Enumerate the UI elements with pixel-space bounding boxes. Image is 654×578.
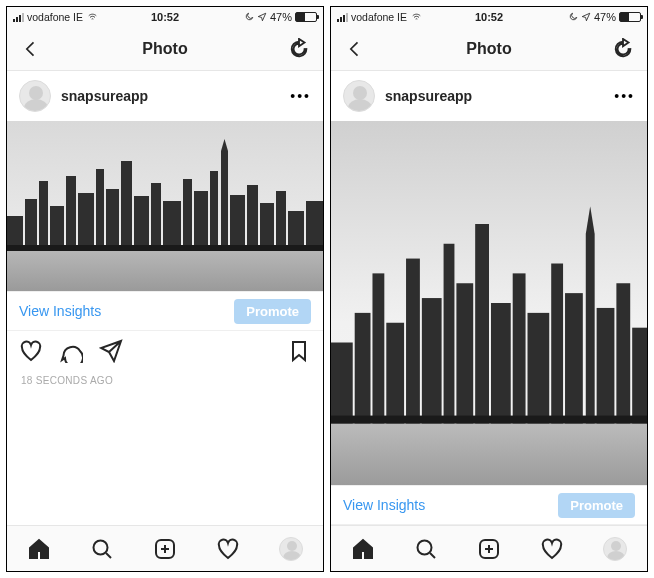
tab-home[interactable] bbox=[25, 535, 53, 563]
more-options-button[interactable]: ••• bbox=[614, 88, 635, 104]
battery-pct: 47% bbox=[270, 11, 292, 23]
svg-rect-33 bbox=[331, 343, 353, 424]
location-arrow-icon bbox=[581, 12, 591, 22]
svg-rect-15 bbox=[194, 191, 208, 251]
refresh-button[interactable] bbox=[609, 35, 637, 63]
skyline-image bbox=[331, 121, 647, 485]
page-title: Photo bbox=[466, 40, 511, 58]
author-row: snapsureapp ••• bbox=[331, 71, 647, 121]
svg-point-26 bbox=[93, 540, 107, 554]
tab-home[interactable] bbox=[349, 535, 377, 563]
promote-button[interactable]: Promote bbox=[558, 493, 635, 518]
location-arrow-icon bbox=[257, 12, 267, 22]
wifi-icon bbox=[86, 12, 99, 22]
svg-rect-35 bbox=[372, 273, 384, 423]
post-timestamp: 18 SECONDS AGO bbox=[7, 375, 323, 386]
back-button[interactable] bbox=[17, 35, 45, 63]
promote-button[interactable]: Promote bbox=[234, 299, 311, 324]
svg-rect-40 bbox=[456, 283, 473, 423]
wifi-icon bbox=[410, 12, 423, 22]
view-insights-link[interactable]: View Insights bbox=[19, 303, 101, 319]
carrier-label: vodafone IE bbox=[27, 11, 83, 23]
svg-rect-46 bbox=[565, 293, 583, 423]
nav-header: Photo bbox=[331, 27, 647, 71]
back-button[interactable] bbox=[341, 35, 369, 63]
svg-rect-25 bbox=[7, 245, 323, 251]
battery-icon bbox=[295, 12, 317, 22]
svg-rect-36 bbox=[386, 323, 404, 424]
bookmark-button[interactable] bbox=[287, 339, 311, 367]
tab-activity[interactable] bbox=[538, 535, 566, 563]
svg-rect-51 bbox=[632, 328, 647, 424]
post-photo[interactable] bbox=[331, 121, 647, 485]
status-bar: vodafone IE 10:52 47% bbox=[7, 7, 323, 27]
svg-rect-20 bbox=[247, 185, 258, 251]
tab-activity[interactable] bbox=[214, 535, 242, 563]
svg-rect-39 bbox=[444, 244, 455, 424]
author-row: snapsureapp ••• bbox=[7, 71, 323, 121]
svg-rect-7 bbox=[78, 193, 94, 251]
svg-rect-44 bbox=[528, 313, 550, 424]
svg-rect-14 bbox=[183, 179, 192, 251]
action-row bbox=[7, 331, 323, 375]
svg-point-53 bbox=[417, 540, 431, 554]
skyline-image bbox=[7, 121, 323, 291]
svg-rect-38 bbox=[422, 298, 442, 423]
status-bar: vodafone IE 10:52 47% bbox=[331, 7, 647, 27]
svg-rect-43 bbox=[513, 273, 526, 423]
svg-rect-41 bbox=[475, 224, 489, 423]
comment-button[interactable] bbox=[59, 339, 83, 367]
svg-line-27 bbox=[106, 553, 111, 558]
refresh-button[interactable] bbox=[285, 35, 313, 63]
tab-search[interactable] bbox=[88, 535, 116, 563]
tab-bar bbox=[331, 525, 647, 571]
left-screenshot: vodafone IE 10:52 47% Photo snapsureapp … bbox=[6, 6, 324, 572]
svg-rect-5 bbox=[50, 206, 64, 251]
svg-rect-1 bbox=[7, 249, 323, 291]
view-insights-link[interactable]: View Insights bbox=[343, 497, 425, 513]
svg-rect-11 bbox=[134, 196, 149, 251]
moon-icon bbox=[568, 12, 578, 22]
battery-pct: 47% bbox=[594, 11, 616, 23]
moon-icon bbox=[244, 12, 254, 22]
svg-rect-45 bbox=[551, 264, 563, 424]
post-photo[interactable] bbox=[7, 121, 323, 291]
svg-rect-13 bbox=[163, 201, 181, 251]
svg-rect-47 bbox=[586, 234, 595, 424]
author-avatar[interactable] bbox=[343, 80, 375, 112]
tab-new-post[interactable] bbox=[151, 535, 179, 563]
svg-rect-37 bbox=[406, 259, 420, 424]
svg-rect-10 bbox=[121, 161, 132, 251]
tab-bar bbox=[7, 525, 323, 571]
author-username[interactable]: snapsureapp bbox=[61, 88, 280, 104]
tab-profile[interactable] bbox=[277, 535, 305, 563]
tab-search[interactable] bbox=[412, 535, 440, 563]
battery-icon bbox=[619, 12, 641, 22]
profile-avatar-icon bbox=[603, 537, 627, 561]
signal-icon bbox=[13, 13, 24, 22]
author-avatar[interactable] bbox=[19, 80, 51, 112]
nav-header: Photo bbox=[7, 27, 323, 71]
share-button[interactable] bbox=[99, 339, 123, 367]
page-title: Photo bbox=[142, 40, 187, 58]
svg-rect-9 bbox=[106, 189, 119, 251]
svg-rect-50 bbox=[616, 283, 630, 423]
svg-rect-6 bbox=[66, 176, 76, 251]
tab-new-post[interactable] bbox=[475, 535, 503, 563]
svg-rect-24 bbox=[306, 201, 323, 251]
carrier-label: vodafone IE bbox=[351, 11, 407, 23]
svg-line-54 bbox=[430, 553, 435, 558]
insights-row: View Insights Promote bbox=[7, 291, 323, 331]
author-username[interactable]: snapsureapp bbox=[385, 88, 604, 104]
svg-rect-52 bbox=[331, 416, 647, 424]
profile-avatar-icon bbox=[279, 537, 303, 561]
tab-profile[interactable] bbox=[601, 535, 629, 563]
svg-rect-3 bbox=[25, 199, 37, 251]
svg-rect-19 bbox=[230, 195, 245, 251]
like-button[interactable] bbox=[19, 339, 43, 367]
svg-rect-34 bbox=[355, 313, 371, 424]
status-time: 10:52 bbox=[475, 11, 503, 23]
signal-icon bbox=[337, 13, 348, 22]
more-options-button[interactable]: ••• bbox=[290, 88, 311, 104]
svg-rect-21 bbox=[260, 203, 274, 251]
